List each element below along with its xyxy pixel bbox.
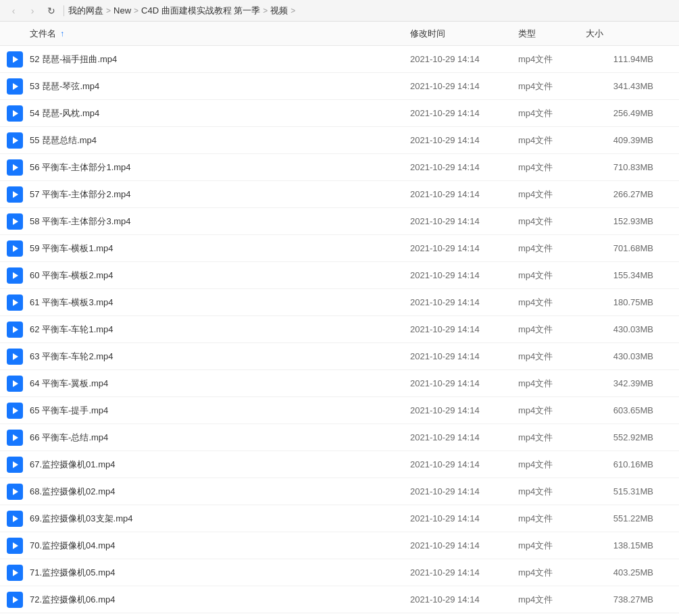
table-row[interactable]: 53 琵琶-琴弦.mp4 2021-10-29 14:14 mp4文件 341.… xyxy=(0,73,679,100)
breadcrumb-course[interactable]: C4D 曲面建模实战教程 第一季 xyxy=(141,5,260,17)
file-type: mp4文件 xyxy=(518,324,586,336)
file-modified: 2021-10-29 14:14 xyxy=(410,378,518,388)
file-type: mp4文件 xyxy=(518,297,586,309)
file-icon xyxy=(5,536,24,555)
column-header-size[interactable]: 大小 xyxy=(586,28,653,40)
file-name: 67.监控摄像机01.mp4 xyxy=(30,459,410,471)
table-row[interactable]: 58 平衡车-主体部分3.mp4 2021-10-29 14:14 mp4文件 … xyxy=(0,208,679,235)
file-type: mp4文件 xyxy=(518,594,586,606)
file-size: 430.03MB xyxy=(586,351,653,361)
file-modified: 2021-10-29 14:14 xyxy=(410,81,518,91)
file-name: 65 平衡车-提手.mp4 xyxy=(30,405,410,417)
file-modified: 2021-10-29 14:14 xyxy=(410,540,518,550)
file-name: 54 琵琶-风枕.mp4 xyxy=(30,107,410,120)
file-modified: 2021-10-29 14:14 xyxy=(410,567,518,578)
table-row[interactable]: 57 平衡车-主体部分2.mp4 2021-10-29 14:14 mp4文件 … xyxy=(0,181,679,208)
table-row[interactable]: 68.监控摄像机02.mp4 2021-10-29 14:14 mp4文件 51… xyxy=(0,478,679,505)
nav-separator xyxy=(64,5,64,16)
table-row[interactable]: 67.监控摄像机01.mp4 2021-10-29 14:14 mp4文件 61… xyxy=(0,451,679,478)
table-row[interactable]: 59 平衡车-横板1.mp4 2021-10-29 14:14 mp4文件 70… xyxy=(0,235,679,262)
breadcrumb-video[interactable]: 视频 xyxy=(270,5,288,17)
file-type: mp4文件 xyxy=(518,459,586,471)
file-size: 256.49MB xyxy=(586,108,653,118)
file-type: mp4文件 xyxy=(518,188,586,201)
file-type: mp4文件 xyxy=(518,80,586,93)
file-name: 66 平衡车-总结.mp4 xyxy=(30,432,410,444)
file-icon xyxy=(5,563,24,582)
file-type: mp4文件 xyxy=(518,215,586,228)
table-row[interactable]: 52 琵琶-福手扭曲.mp4 2021-10-29 14:14 mp4文件 11… xyxy=(0,46,679,73)
column-header-type[interactable]: 类型 xyxy=(518,28,586,40)
file-modified: 2021-10-29 14:14 xyxy=(410,297,518,307)
file-icon xyxy=(5,509,24,528)
file-size: 710.83MB xyxy=(586,162,653,172)
file-size: 403.25MB xyxy=(586,567,653,578)
file-size: 138.15MB xyxy=(586,540,653,550)
file-type: mp4文件 xyxy=(518,432,586,444)
file-type: mp4文件 xyxy=(518,351,586,363)
file-type: mp4文件 xyxy=(518,405,586,417)
file-type: mp4文件 xyxy=(518,161,586,174)
file-size: 409.39MB xyxy=(586,135,653,145)
table-row[interactable]: 55 琵琶总结.mp4 2021-10-29 14:14 mp4文件 409.3… xyxy=(0,127,679,154)
table-row[interactable]: 56 平衡车-主体部分1.mp4 2021-10-29 14:14 mp4文件 … xyxy=(0,154,679,181)
file-size: 342.39MB xyxy=(586,378,653,388)
table-row[interactable]: 70.监控摄像机04.mp4 2021-10-29 14:14 mp4文件 13… xyxy=(0,532,679,559)
file-size: 738.27MB xyxy=(586,594,653,605)
file-name: 57 平衡车-主体部分2.mp4 xyxy=(30,188,410,201)
file-type: mp4文件 xyxy=(518,107,586,120)
file-name: 52 琵琶-福手扭曲.mp4 xyxy=(30,53,410,66)
file-icon xyxy=(5,212,24,231)
file-size: 701.68MB xyxy=(586,243,653,253)
breadcrumb-new[interactable]: New xyxy=(114,5,131,16)
table-row[interactable]: 64 平衡车-翼板.mp4 2021-10-29 14:14 mp4文件 342… xyxy=(0,370,679,397)
file-icon xyxy=(5,77,24,96)
table-row[interactable]: 62 平衡车-车轮1.mp4 2021-10-29 14:14 mp4文件 43… xyxy=(0,316,679,343)
table-row[interactable]: 54 琵琶-风枕.mp4 2021-10-29 14:14 mp4文件 256.… xyxy=(0,100,679,127)
breadcrumb-sep-2: > xyxy=(134,6,139,16)
column-header-name[interactable]: 文件名 ↑ xyxy=(30,28,410,40)
file-size: 551.22MB xyxy=(586,513,653,523)
navigation-bar: ‹ › ↻ 我的网盘 > New > C4D 曲面建模实战教程 第一季 > 视频… xyxy=(0,0,679,22)
file-modified: 2021-10-29 14:14 xyxy=(410,351,518,361)
file-icon xyxy=(5,347,24,366)
file-icon xyxy=(5,185,24,204)
table-row[interactable]: 61 平衡车-横板3.mp4 2021-10-29 14:14 mp4文件 18… xyxy=(0,289,679,316)
breadcrumb-sep-4: > xyxy=(291,6,295,16)
file-size: 603.65MB xyxy=(586,405,653,415)
table-header: 文件名 ↑ 修改时间 类型 大小 xyxy=(0,22,679,46)
table-row[interactable]: 65 平衡车-提手.mp4 2021-10-29 14:14 mp4文件 603… xyxy=(0,397,679,424)
forward-button[interactable]: › xyxy=(24,3,41,19)
file-size: 552.92MB xyxy=(586,432,653,442)
file-name: 58 平衡车-主体部分3.mp4 xyxy=(30,215,410,228)
file-size: 515.31MB xyxy=(586,486,653,496)
file-icon xyxy=(5,50,24,69)
file-icon xyxy=(5,239,24,258)
file-modified: 2021-10-29 14:14 xyxy=(410,486,518,496)
breadcrumb-home[interactable]: 我的网盘 xyxy=(68,5,103,17)
table-row[interactable]: 60 平衡车-横板2.mp4 2021-10-29 14:14 mp4文件 15… xyxy=(0,262,679,289)
file-modified: 2021-10-29 14:14 xyxy=(410,270,518,280)
file-modified: 2021-10-29 14:14 xyxy=(410,135,518,145)
file-modified: 2021-10-29 14:14 xyxy=(410,594,518,605)
refresh-button[interactable]: ↻ xyxy=(43,3,59,19)
file-name: 55 琵琶总结.mp4 xyxy=(30,134,410,147)
file-type: mp4文件 xyxy=(518,540,586,552)
column-header-modified[interactable]: 修改时间 xyxy=(410,28,518,40)
table-row[interactable]: 69.监控摄像机03支架.mp4 2021-10-29 14:14 mp4文件 … xyxy=(0,505,679,532)
breadcrumb-sep-3: > xyxy=(263,6,268,16)
table-row[interactable]: 66 平衡车-总结.mp4 2021-10-29 14:14 mp4文件 552… xyxy=(0,424,679,451)
table-row[interactable]: 72.监控摄像机06.mp4 2021-10-29 14:14 mp4文件 73… xyxy=(0,586,679,613)
file-list: 52 琵琶-福手扭曲.mp4 2021-10-29 14:14 mp4文件 11… xyxy=(0,46,679,613)
file-size: 266.27MB xyxy=(586,189,653,199)
file-name: 64 平衡车-翼板.mp4 xyxy=(30,378,410,390)
table-row[interactable]: 63 平衡车-车轮2.mp4 2021-10-29 14:14 mp4文件 43… xyxy=(0,343,679,370)
file-modified: 2021-10-29 14:14 xyxy=(410,459,518,469)
file-modified: 2021-10-29 14:14 xyxy=(410,324,518,334)
file-name: 59 平衡车-横板1.mp4 xyxy=(30,242,410,255)
file-type: mp4文件 xyxy=(518,270,586,282)
file-name: 72.监控摄像机06.mp4 xyxy=(30,594,410,606)
file-name: 68.监控摄像机02.mp4 xyxy=(30,486,410,498)
table-row[interactable]: 71.监控摄像机05.mp4 2021-10-29 14:14 mp4文件 40… xyxy=(0,559,679,586)
back-button[interactable]: ‹ xyxy=(5,3,22,19)
